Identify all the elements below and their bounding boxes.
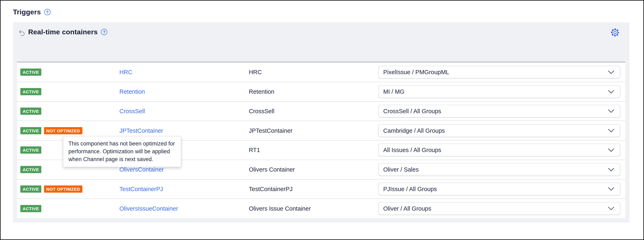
container-name-link[interactable]: JPTestContainer — [120, 127, 163, 134]
container-description: CrossSell — [249, 108, 274, 114]
status-badges: ACTIVE — [20, 166, 41, 173]
chevron-down-icon — [608, 109, 614, 113]
container-description: Olivers Container — [249, 166, 295, 173]
back-button[interactable] — [18, 29, 26, 36]
optimization-tooltip: This component has not been optimized fo… — [63, 136, 181, 167]
business-structure-value: CrossSell / All Groups — [383, 108, 441, 114]
chevron-down-icon — [608, 90, 614, 94]
status-badge-active: ACTIVE — [20, 146, 41, 154]
container-description: JPTestContainer — [249, 127, 292, 134]
status-badges: ACTIVE — [20, 69, 41, 76]
page-title: Triggers — [13, 8, 41, 16]
business-structure-select[interactable]: PJIssue / All Groups — [378, 182, 620, 196]
status-badge-active: ACTIVE — [20, 69, 41, 76]
status-badge-active: ACTIVE — [20, 205, 41, 212]
status-badge-active: ACTIVE — [20, 88, 41, 95]
status-badges: ACTIVE — [20, 108, 41, 115]
table-row: ACTIVENOT OPTIMZED TestContainerPJ TestC… — [17, 180, 625, 199]
container-name-link[interactable]: TestContainerPJ — [120, 186, 163, 192]
status-badges: ACTIVE — [20, 146, 41, 154]
status-badge-active: ACTIVE — [20, 166, 41, 173]
status-badge-active: ACTIVE — [20, 127, 41, 134]
chevron-down-icon — [608, 148, 614, 152]
status-badges: ACTIVE — [20, 205, 41, 212]
page-title-row: Triggers ? — [13, 8, 50, 16]
help-icon[interactable]: ? — [44, 9, 50, 15]
chevron-down-icon — [608, 70, 614, 74]
business-structure-value: Oliver / All Groups — [383, 205, 431, 212]
business-structure-select[interactable]: Cambridge / All Groups — [378, 124, 620, 137]
container-description: Retention — [249, 88, 274, 95]
table-row: ACTIVE OliversIssueContainer Olivers Iss… — [17, 199, 625, 218]
business-structure-select[interactable]: All Issues / All Groups — [378, 144, 620, 156]
container-name-link[interactable]: Retention — [120, 88, 145, 95]
settings-button[interactable] — [610, 28, 620, 38]
table-row: ACTIVE HRC HRC PixelIssue / PMGroupML — [17, 63, 625, 82]
business-structure-value: Oliver / Sales — [383, 166, 418, 173]
status-badges: ACTIVENOT OPTIMZED — [20, 185, 82, 192]
realtime-containers-panel: Real-time containers ? Status Name Descr… — [13, 22, 630, 222]
panel-title-row: Real-time containers ? — [28, 28, 107, 36]
status-badges: ACTIVENOT OPTIMZED — [20, 127, 82, 134]
triggers-page: Triggers ? Real-time containers ? St — [0, 0, 644, 240]
status-badge-active: ACTIVE — [20, 108, 41, 115]
help-icon[interactable]: ? — [101, 29, 107, 35]
business-structure-value: MI / MG — [383, 88, 404, 95]
chevron-down-icon — [608, 168, 614, 171]
gear-icon — [610, 28, 620, 38]
business-structure-value: PixelIssue / PMGroupML — [383, 69, 449, 76]
status-badge-not-optimized: NOT OPTIMZED — [44, 127, 82, 134]
business-structure-value: All Issues / All Groups — [383, 147, 441, 154]
status-badge-not-optimized: NOT OPTIMZED — [44, 185, 82, 192]
business-structure-select[interactable]: Oliver / Sales — [378, 163, 620, 176]
container-name-link[interactable]: OliversContainer — [120, 166, 164, 173]
container-description: TestContainerPJ — [249, 186, 292, 192]
back-arrow-icon — [18, 29, 26, 36]
container-name-link[interactable]: CrossSell — [120, 108, 145, 114]
container-name-link[interactable]: HRC — [120, 69, 132, 76]
table-row: ACTIVE Retention Retention MI / MG — [17, 82, 625, 102]
business-structure-select[interactable]: Oliver / All Groups — [378, 202, 620, 215]
status-badge-active: ACTIVE — [20, 185, 41, 192]
business-structure-value: Cambridge / All Groups — [383, 127, 445, 134]
business-structure-select[interactable]: MI / MG — [378, 85, 620, 98]
business-structure-value: PJIssue / All Groups — [383, 186, 437, 192]
container-description: Olivers Issue Container — [249, 205, 311, 212]
container-description: HRC — [249, 69, 262, 76]
table-row: ACTIVE CrossSell CrossSell CrossSell / A… — [17, 102, 625, 121]
panel-title: Real-time containers — [28, 28, 98, 36]
business-structure-select[interactable]: PixelIssue / PMGroupML — [378, 66, 620, 79]
container-description: RT1 — [249, 147, 260, 154]
business-structure-select[interactable]: CrossSell / All Groups — [378, 104, 620, 118]
chevron-down-icon — [608, 187, 614, 191]
chevron-down-icon — [608, 129, 614, 132]
status-badges: ACTIVE — [20, 88, 41, 95]
container-name-link[interactable]: OliversIssueContainer — [120, 205, 178, 212]
chevron-down-icon — [608, 207, 614, 210]
